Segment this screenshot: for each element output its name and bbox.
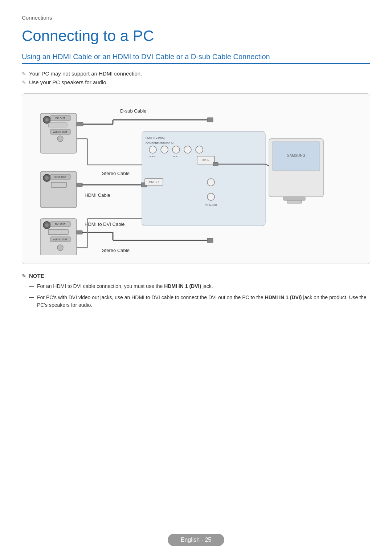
intro-bullets: ✎ Your PC may not support an HDMI connec… bbox=[22, 70, 370, 85]
bullet-item-2: ✎ Use your PC speakers for audio. bbox=[22, 79, 370, 85]
svg-point-62 bbox=[207, 179, 215, 186]
bullet-item-1: ✎ Your PC may not support an HDMI connec… bbox=[22, 70, 370, 77]
svg-text:HDMI OUT: HDMI OUT bbox=[54, 176, 67, 178]
svg-rect-72 bbox=[213, 162, 218, 166]
note-item-1: — For an HDMI to DVI cable connection, y… bbox=[29, 282, 370, 290]
svg-rect-25 bbox=[51, 182, 66, 187]
svg-point-63 bbox=[207, 193, 215, 200]
svg-point-3 bbox=[45, 118, 49, 122]
svg-text:D-sub Cable: D-sub Cable bbox=[120, 108, 146, 114]
svg-point-57 bbox=[196, 146, 203, 153]
note-icon: ✎ bbox=[22, 273, 26, 279]
note-list: — For an HDMI to DVI cable connection, y… bbox=[22, 282, 370, 309]
breadcrumb: Connections bbox=[22, 15, 370, 21]
note-label: NOTE bbox=[29, 273, 44, 279]
svg-text:Stereo Cable: Stereo Cable bbox=[102, 248, 130, 253]
note-section: ✎ NOTE — For an HDMI to DVI cable connec… bbox=[22, 273, 370, 309]
svg-text:AUDIO OUT: AUDIO OUT bbox=[53, 131, 68, 133]
svg-text:HDMI IN 2 (MHL): HDMI IN 2 (MHL) bbox=[146, 137, 165, 139]
svg-rect-11 bbox=[77, 122, 83, 126]
note-item-2: — For PC's with DVI video out jacks, use… bbox=[29, 294, 370, 309]
svg-point-22 bbox=[45, 176, 49, 180]
connection-diagram: PC OUT AUDIO OUT D-sub Cable bbox=[22, 93, 370, 264]
note-text-1: For an HDMI to DVI cable connection, you… bbox=[37, 282, 213, 290]
svg-text:COMPONENT/AV/PC IN: COMPONENT/AV/PC IN bbox=[146, 142, 173, 145]
bullet-icon-2: ✎ bbox=[22, 80, 26, 85]
svg-text:SAMSUNG: SAMSUNG bbox=[287, 154, 306, 158]
page-footer: English - 25 bbox=[0, 534, 392, 546]
svg-rect-35 bbox=[48, 229, 68, 235]
svg-point-38 bbox=[57, 245, 63, 251]
svg-rect-15 bbox=[207, 118, 213, 122]
svg-text:HDMI to DVI Cable: HDMI to DVI Cable bbox=[85, 221, 125, 227]
note-text-2: For PC's with DVI video out jacks, use a… bbox=[37, 294, 370, 309]
svg-rect-6 bbox=[48, 123, 67, 127]
svg-point-56 bbox=[184, 146, 191, 153]
svg-line-71 bbox=[265, 164, 269, 166]
svg-text:PC IN: PC IN bbox=[203, 159, 209, 162]
svg-point-54 bbox=[172, 146, 180, 153]
svg-text:PC OUT: PC OUT bbox=[56, 117, 65, 119]
note-dash-1: — bbox=[29, 282, 34, 290]
svg-rect-40 bbox=[77, 231, 82, 234]
svg-point-51 bbox=[149, 146, 156, 153]
page-number-badge: English - 25 bbox=[168, 534, 225, 546]
svg-text:HDMI Cable: HDMI Cable bbox=[85, 192, 110, 198]
svg-rect-44 bbox=[207, 238, 213, 243]
page-title: Connecting to a PC bbox=[22, 27, 370, 45]
svg-text:Stereo Cable: Stereo Cable bbox=[102, 171, 130, 176]
note-header: ✎ NOTE bbox=[22, 273, 370, 279]
svg-point-9 bbox=[57, 136, 63, 142]
svg-text:VIDEO: VIDEO bbox=[173, 155, 180, 158]
bullet-icon-1: ✎ bbox=[22, 71, 26, 77]
svg-rect-68 bbox=[283, 197, 305, 200]
diagram-svg: PC OUT AUDIO OUT D-sub Cable bbox=[29, 102, 363, 255]
section-title: Using an HDMI Cable or an HDMI to DVI Ca… bbox=[22, 53, 370, 64]
svg-point-32 bbox=[45, 223, 49, 227]
svg-point-53 bbox=[161, 146, 168, 153]
diagram-svg-area: PC OUT AUDIO OUT D-sub Cable bbox=[29, 102, 363, 255]
svg-text:HDMI IN 1: HDMI IN 1 bbox=[148, 181, 160, 183]
svg-rect-69 bbox=[287, 200, 302, 203]
svg-text:AUDIO: AUDIO bbox=[149, 155, 156, 158]
note-dash-2: — bbox=[29, 294, 34, 301]
svg-rect-27 bbox=[77, 183, 82, 187]
svg-text:PC AUDIO: PC AUDIO bbox=[205, 204, 217, 206]
svg-text:DVI OUT: DVI OUT bbox=[55, 223, 66, 225]
svg-text:AUDIO OUT: AUDIO OUT bbox=[53, 238, 68, 241]
